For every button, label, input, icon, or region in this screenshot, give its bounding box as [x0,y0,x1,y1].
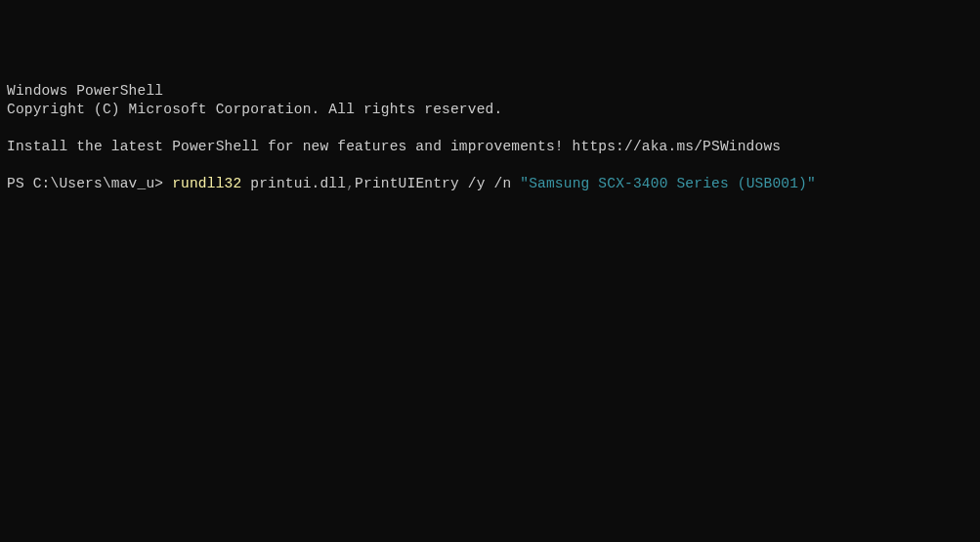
header-copyright: Copyright (C) Microsoft Corporation. All… [7,101,973,119]
command-separator: , [346,176,355,191]
blank-line-2 [7,156,973,175]
prompt-prefix: PS C:\Users\mav_u> [7,176,172,191]
command-arg1: printui.dll [241,176,346,191]
terminal-window[interactable]: Windows PowerShellCopyright (C) Microsof… [7,82,973,193]
header-title: Windows PowerShell [7,82,973,101]
command-string: "Samsung SCX-3400 Series (USB001)" [520,176,816,191]
command-line[interactable]: PS C:\Users\mav_u> rundll32 printui.dll,… [7,175,973,193]
command-arg2: PrintUIEntry /y /n [355,176,520,191]
command-executable: rundll32 [172,176,241,191]
install-notice: Install the latest PowerShell for new fe… [7,138,973,156]
blank-line-1 [7,119,973,138]
